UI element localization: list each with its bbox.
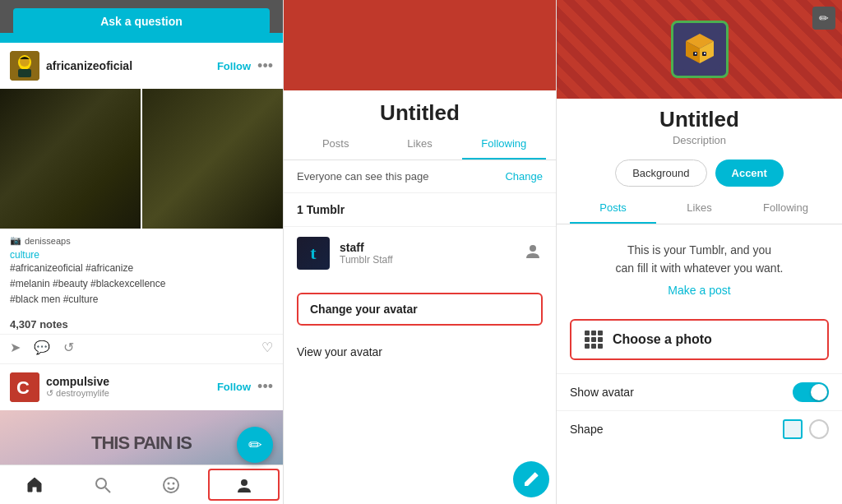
tag-culture-link[interactable]: culture (10, 249, 273, 261)
svg-rect-2 (18, 69, 31, 77)
following-sub: Tumblr Staff (340, 254, 513, 266)
post1-tags: 📷 denisseaps culture #africanizeoficial … (0, 229, 283, 315)
svg-rect-28 (704, 53, 706, 54)
tab-following[interactable]: Following (462, 129, 546, 160)
more-options-2-icon[interactable]: ••• (257, 378, 273, 395)
edit-avatar (671, 21, 729, 78)
compose-fab-2[interactable] (513, 461, 549, 497)
following-name: staff (340, 241, 513, 254)
svg-rect-27 (695, 53, 696, 54)
avatar2: C (10, 372, 39, 402)
show-avatar-label: Show avatar (570, 386, 634, 399)
svg-point-9 (167, 482, 169, 484)
tumblr-count: 1 Tumblr (284, 193, 556, 227)
comment-icon[interactable]: 💬 (34, 340, 50, 355)
empty-state: This is your Tumblr, and youcan fill it … (557, 224, 842, 306)
bg-accent-row: Background Accent (557, 153, 842, 193)
view-avatar-link[interactable]: View your avatar (284, 339, 556, 365)
grid-icon (585, 331, 603, 349)
more-options-icon[interactable]: ••• (257, 58, 273, 75)
post1-actions: ➤ 💬 ↺ ♡ (0, 334, 283, 360)
edit-description: Description (557, 134, 842, 153)
post2-username: compulsive (46, 375, 210, 388)
shape-row: Shape (557, 410, 842, 447)
nav-emoji[interactable] (136, 465, 205, 504)
shape-circle-option[interactable] (809, 419, 829, 439)
ask-bar: Ask a question (0, 0, 283, 43)
profile-tabs: Posts Likes Following (284, 129, 556, 160)
tab-likes[interactable]: Likes (377, 129, 461, 160)
empty-text: This is your Tumblr, and youcan fill it … (616, 243, 784, 275)
panel-edit: ✏ Untitled Description Background Accent… (557, 0, 842, 504)
post2-reblog: ↺ destroymylife (46, 388, 210, 399)
nav-search[interactable] (68, 465, 136, 504)
edit-pencil-icon[interactable]: ✏ (812, 7, 835, 30)
edit-tab-following[interactable]: Following (743, 193, 829, 224)
notes-count: 4,307 notes (0, 315, 283, 334)
privacy-row: Everyone can see this page Change (284, 160, 556, 193)
profile-header (284, 0, 556, 90)
reblog-icon[interactable]: ↺ (63, 340, 74, 355)
background-button[interactable]: Background (615, 160, 706, 187)
shape-label: Shape (570, 423, 603, 436)
show-avatar-toggle[interactable] (793, 382, 829, 402)
choose-photo-label: Choose a photo (613, 332, 712, 347)
change-privacy-link[interactable]: Change (505, 170, 543, 183)
privacy-text: Everyone can see this page (297, 170, 428, 183)
bottom-navigation (0, 465, 283, 504)
change-avatar-box[interactable]: Change your avatar (297, 293, 543, 326)
post-source: 📷 denisseaps (10, 235, 273, 246)
compose-fab[interactable]: ✏ (237, 427, 273, 463)
edit-header: ✏ (557, 0, 842, 99)
following-item: t staff Tumblr Staff (284, 227, 556, 280)
edit-tabs: Posts Likes Following (557, 193, 842, 224)
svg-point-8 (164, 478, 178, 492)
edit-tab-likes[interactable]: Likes (656, 193, 743, 224)
heart-icon[interactable]: ♡ (261, 340, 273, 355)
post1-header: africanizeoficial Follow ••• (0, 43, 283, 89)
panel-profile: Untitled Posts Likes Following Everyone … (284, 0, 557, 504)
ask-question-button[interactable]: Ask a question (13, 8, 270, 35)
shape-options (783, 419, 829, 439)
shape-square-option[interactable] (783, 419, 803, 439)
following-info: staff Tumblr Staff (340, 241, 513, 266)
svg-point-20 (530, 245, 536, 252)
svg-point-11 (241, 479, 248, 486)
accent-button[interactable]: Accent (715, 160, 784, 187)
nav-profile[interactable] (208, 469, 280, 501)
tab-posts[interactable]: Posts (294, 129, 377, 160)
make-post-link[interactable]: Make a post (576, 281, 822, 299)
choose-photo-row[interactable]: Choose a photo (570, 319, 829, 360)
post1-images (0, 89, 283, 229)
edit-tab-posts[interactable]: Posts (570, 193, 656, 224)
svg-line-7 (105, 488, 110, 492)
post-image-1 (0, 89, 141, 229)
share-icon[interactable]: ➤ (10, 340, 21, 355)
following-action-icon[interactable] (523, 242, 543, 266)
panel-feed: Ask a question africanizeoficial Follow … (0, 0, 284, 504)
nav-home[interactable] (0, 465, 68, 504)
avatar (10, 51, 39, 81)
follow-button-2[interactable]: Follow (217, 381, 251, 393)
show-avatar-row: Show avatar (557, 373, 842, 410)
post2-header: C compulsive ↺ destroymylife Follow ••• (0, 363, 283, 410)
post-image-2 (142, 89, 283, 229)
following-avatar: t (297, 237, 330, 270)
post2-meta: compulsive ↺ destroymylife (46, 375, 210, 399)
feed-content: Ask a question africanizeoficial Follow … (0, 0, 283, 465)
tag-text: #africanizeoficial #africanize#melanin #… (10, 261, 273, 308)
follow-button-1[interactable]: Follow (217, 60, 251, 72)
profile-title: Untitled (284, 90, 556, 129)
svg-point-6 (96, 479, 106, 488)
svg-text:C: C (16, 377, 30, 398)
post1-username: africanizeoficial (46, 59, 210, 72)
edit-profile-title: Untitled (557, 99, 842, 134)
svg-point-10 (172, 482, 174, 484)
